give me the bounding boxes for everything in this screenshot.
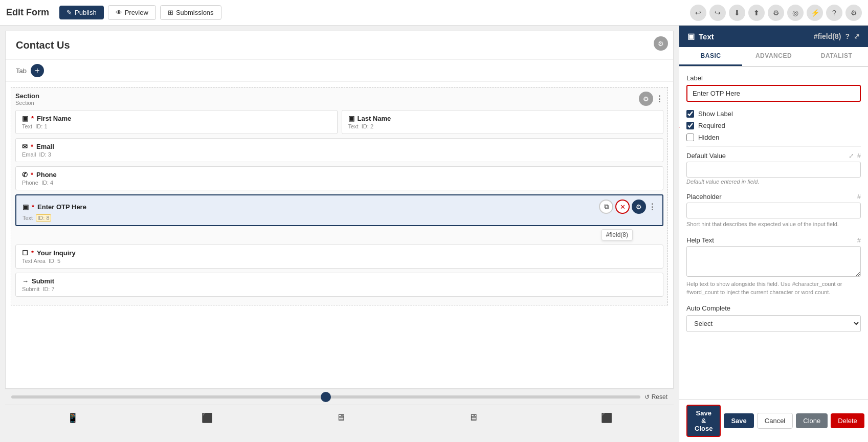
help-hash-icon[interactable]: # [857,236,861,244]
text-icon-lastname: ▣ [348,115,354,122]
scroll-track[interactable] [11,395,640,399]
upload-button[interactable]: ⬆ [748,5,765,21]
copy-button[interactable]: ⧉ [599,200,613,214]
form-editor: ⚙ Contact Us Tab + Section Section ⚙ [0,26,679,442]
default-value-input[interactable] [686,162,861,178]
mobile-icon[interactable]: 📱 [67,412,78,424]
scroll-thumb[interactable] [321,392,331,402]
save-button[interactable]: Save [724,413,753,428]
help-text-hint: Help text to show alongside this field. … [686,280,861,296]
default-value-icons: ⤢ # [849,152,861,160]
hidden-row: Hidden [686,134,861,141]
label-section: Label [686,74,861,102]
add-tab-button[interactable]: + [31,64,44,77]
undo-button[interactable]: ↩ [690,5,706,21]
placeholder-hint: Short hint that describes the expected v… [686,220,861,228]
download-button[interactable]: ⬇ [729,5,745,21]
placeholder-label: Placeholder [686,193,722,201]
show-label-text: Show Label [698,110,733,118]
field-meta-phone: Phone ID: 4 [22,180,657,186]
auto-complete-select[interactable]: Select On Off [686,315,861,332]
help-button[interactable]: ? [826,5,842,21]
global-settings-button[interactable]: ⚙ [845,5,862,21]
text-field-icon: ▣ [687,32,695,41]
expand-icon[interactable]: ⤢ [854,32,860,40]
field-meta-email: Email ID: 3 [22,151,657,158]
delete-button[interactable]: Delete [831,413,864,428]
submissions-button[interactable]: ⊞ Submissions [160,5,221,20]
large-screen-icon[interactable]: ⬛ [601,412,612,424]
required-row: Required [686,122,861,129]
placeholder-hash-icon[interactable]: # [857,193,861,201]
right-panel-footer: Save & Close Save Cancel Clone Delete [679,399,868,442]
preview-button[interactable]: 👁 Preview [108,5,156,20]
field-first-name[interactable]: ▣ * First Name Text ID: 1 [15,110,338,134]
show-label-row: Show Label [686,110,861,118]
desktop-icon[interactable]: 🖥 [336,412,345,423]
redo-button[interactable]: ↪ [709,5,726,21]
form-title-area: Contact Us [6,31,673,60]
field-inquiry[interactable]: ☐ * Your Inquiry Text Area ID: 5 [15,245,663,269]
section-controls: ⚙ ⋮ [639,92,663,106]
required-checkbox[interactable] [686,122,694,129]
main-area: ⚙ Contact Us Tab + Section Section ⚙ [0,26,868,442]
help-text-input[interactable] [686,246,861,277]
toolbar-icons: ↩ ↪ ⬇ ⬆ ⚙ ◎ ⚡ ? ⚙ [690,5,862,21]
field-meta-firstname: Text ID: 1 [22,123,331,129]
field-otp-controls: ⧉ ✕ ⚙ ⋮ [599,200,656,214]
section-sublabel: Section [15,100,39,106]
delete-field-button[interactable]: ✕ [615,200,630,214]
hidden-checkbox[interactable] [686,134,694,141]
field-label-firstname: First Name [37,115,71,122]
tab-label: Tab [16,67,27,75]
tablet-icon[interactable]: ⬛ [202,412,213,424]
form-gear-top[interactable]: ⚙ [654,36,668,51]
publish-button[interactable]: ✎ Publish [59,6,104,19]
form-canvas: ⚙ Contact Us Tab + Section Section ⚙ [5,31,674,389]
tab-datalist[interactable]: DATALIST [805,47,868,66]
auto-complete-section: Auto Complete Select On Off [686,304,861,332]
wide-desktop-icon[interactable]: 🖥 [469,412,478,423]
default-value-section: Default Value ⤢ # Default value entered … [686,152,861,185]
field-last-name[interactable]: ▣ Last Name Text ID: 2 [342,110,664,134]
bolt-button[interactable]: ⚡ [807,5,823,21]
default-value-label: Default Value [686,152,726,160]
hidden-text: Hidden [698,134,719,141]
tab-basic[interactable]: BASIC [679,47,742,66]
reset-button[interactable]: ↺ Reset [644,393,667,401]
placeholder-input[interactable] [686,203,861,218]
page-title: Edit Form [6,7,49,18]
layers-button[interactable]: ◎ [787,5,804,21]
submit-icon: → [22,277,29,285]
tab-area: Tab + [6,60,673,82]
settings-button[interactable]: ⚙ [768,5,784,21]
clone-button[interactable]: Clone [796,413,828,428]
field-email[interactable]: ✉ * Email Email ID: 3 [15,138,663,162]
field-meta-otp: Text ID: 8 [23,215,656,221]
eye-icon: 👁 [116,9,122,16]
label-input[interactable] [686,85,861,102]
field-otp-header: ▣ * Enter OTP Here ⧉ ✕ ⚙ ⋮ [23,200,656,214]
save-close-button[interactable]: Save & Close [686,405,721,437]
section-dots-button[interactable]: ⋮ [655,94,663,104]
reset-icon: ↺ [644,393,650,401]
cancel-button[interactable]: Cancel [757,413,793,429]
right-panel-header-left: ▣ Text [687,32,714,41]
field-otp-active[interactable]: ▣ * Enter OTP Here ⧉ ✕ ⚙ ⋮ [15,194,663,226]
field-submit[interactable]: → Submit Submit ID: 7 [15,273,663,297]
default-value-hint: Default value entered in field. [686,179,861,185]
show-label-checkbox[interactable] [686,110,694,118]
hash-icon[interactable]: # [857,152,861,160]
field-dots-button[interactable]: ⋮ [648,202,656,212]
field-phone-row: ✆ * Phone Phone ID: 4 [15,166,663,190]
placeholder-header: Placeholder # [686,193,861,201]
section-gear-button[interactable]: ⚙ [639,92,653,106]
settings-field-button[interactable]: ⚙ [632,200,646,214]
form-bottom-bar: ↺ Reset [5,389,674,405]
form-gear-icon[interactable]: ⚙ [654,36,668,51]
field-phone[interactable]: ✆ * Phone Phone ID: 4 [15,166,663,190]
help-panel-icon[interactable]: ? [845,32,850,40]
placeholder-section: Placeholder # Short hint that describes … [686,193,861,228]
tab-advanced[interactable]: ADVANCED [742,47,805,66]
resize-icon[interactable]: ⤢ [849,152,854,160]
